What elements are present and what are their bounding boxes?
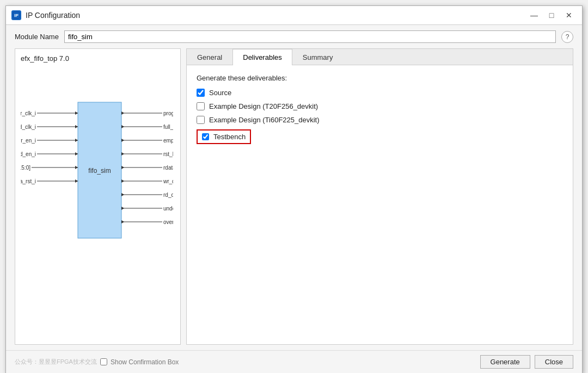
show-confirm-label: Show Confirmation Box [111,358,179,366]
svg-text:underflow_o: underflow_o [163,206,173,212]
close-button[interactable]: ✕ [561,9,577,21]
svg-marker-33 [121,152,124,156]
svg-text:overflow_o: overflow_o [163,219,173,225]
svg-marker-21 [75,179,78,183]
minimize-button[interactable]: — [526,9,542,21]
module-name-input[interactable] [64,30,556,43]
title-bar-left: IP IP Configuration [11,10,80,20]
generate-button[interactable]: Generate [480,355,530,369]
svg-text:empty_o: empty_o [163,138,173,144]
watermark-text: 公众号：昱昱昱FPGA技术交流 [15,358,97,366]
svg-text:rd_datacount_o[8:0]: rd_datacount_o[8:0] [163,192,173,198]
bottom-bar: 公众号：昱昱昱FPGA技术交流 Show Confirmation Box Ge… [6,350,582,373]
module-name-row: Module Name ? [6,25,582,48]
svg-text:wr_clk_i: wr_clk_i [21,110,36,116]
svg-marker-42 [121,193,124,196]
deliverable-source-row: Source [197,89,563,97]
svg-text:a_rst_i: a_rst_i [21,178,36,184]
help-button[interactable]: ? [561,31,573,43]
svg-marker-39 [121,179,124,183]
module-name-label: Module Name [15,33,59,41]
svg-marker-15 [75,152,78,156]
testbench-label: Testbench [213,133,246,141]
svg-marker-24 [121,111,124,115]
example1-checkbox[interactable] [197,102,205,110]
svg-text:rdata[31:0]: rdata[31:0] [163,165,173,171]
tab-deliverables-content: Generate these deliverables: Source Exam… [187,65,573,344]
left-panel-title: efx_fifo_top 7.0 [21,54,175,63]
svg-marker-9 [75,125,78,128]
svg-text:wr_en_i: wr_en_i [21,138,36,144]
deliverable-example2-row: Example Design (Ti60F225_devkit) [197,116,563,124]
tab-deliverables[interactable]: Deliverables [232,49,292,65]
deliverable-example1-row: Example Design (T20F256_devkit) [197,102,563,110]
svg-text:fifo_sim: fifo_sim [88,167,111,175]
bottom-buttons: Generate Close [480,355,573,369]
svg-marker-27 [121,125,124,128]
deliverables-section-title: Generate these deliverables: [197,74,563,82]
example2-label: Example Design (Ti60F225_devkit) [209,116,320,124]
tab-general[interactable]: General [187,49,232,65]
right-panel: General Deliverables Summary Generate th… [186,48,573,345]
svg-marker-48 [121,220,124,223]
main-window: IP IP Configuration — □ ✕ Module Name ? … [5,5,583,373]
svg-text:prog_full_o: prog_full_o [163,110,173,116]
svg-text:wr_datacount_o[9:0]: wr_datacount_o[9:0] [163,178,173,184]
tabs-bar: General Deliverables Summary [187,49,573,65]
window-controls: — □ ✕ [526,9,577,21]
title-bar: IP IP Configuration — □ ✕ [6,6,582,25]
close-dialog-button[interactable]: Close [535,355,573,369]
maximize-button[interactable]: □ [544,9,559,21]
svg-text:rd_en_i: rd_en_i [21,151,36,157]
tab-summary[interactable]: Summary [292,49,344,65]
show-confirm-row: Show Confirmation Box [100,358,179,366]
example1-label: Example Design (T20F256_devkit) [209,102,318,110]
fifo-diagram: fifo_sim wr_clk_i rd_clk_i wr_en_i rd_en… [21,67,173,306]
example2-checkbox[interactable] [197,116,205,124]
svg-marker-12 [75,139,78,142]
source-checkbox[interactable] [197,89,205,97]
svg-marker-18 [75,166,78,169]
svg-text:IP: IP [14,13,19,18]
svg-text:rd_clk_i: rd_clk_i [21,124,36,130]
svg-marker-30 [121,139,124,142]
left-panel: efx_fifo_top 7.0 fifo_sim wr_clk_i rd_cl… [15,48,181,345]
svg-text:rst_busy: rst_busy [163,151,173,157]
show-confirm-checkbox[interactable] [100,358,107,365]
bottom-bar-left: 公众号：昱昱昱FPGA技术交流 Show Confirmation Box [15,358,179,366]
svg-text:full_o: full_o [163,124,173,130]
main-content: efx_fifo_top 7.0 fifo_sim wr_clk_i rd_cl… [6,48,582,350]
deliverable-testbench-row: Testbench [197,129,251,144]
app-icon: IP [11,10,21,20]
testbench-checkbox[interactable] [202,133,209,140]
svg-marker-45 [121,207,124,210]
window-title: IP Configuration [26,11,80,20]
svg-text:wdata[15:0]: wdata[15:0] [21,165,30,171]
svg-marker-6 [75,111,78,115]
svg-marker-36 [121,166,124,169]
source-label: Source [209,89,231,97]
